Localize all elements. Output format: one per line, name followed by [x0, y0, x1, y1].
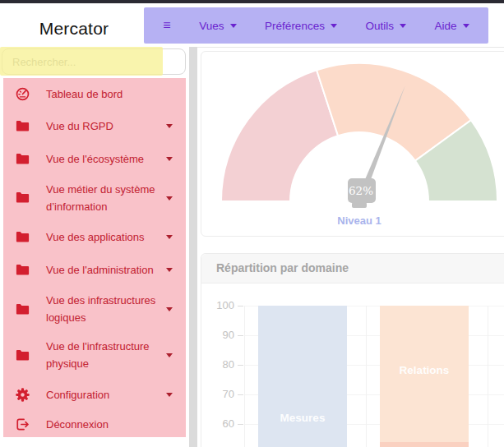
sidebar-item-label: Vue de l'écosystème — [46, 150, 186, 168]
y-axis-tick-label: 90 — [201, 329, 234, 341]
sidebar-item-vue-ecosysteme[interactable]: Vue de l'écosystème — [3, 142, 186, 175]
nav-menu-outils-label: Outils — [366, 20, 395, 32]
sidebar-item-label: Vue du RGPD — [46, 118, 186, 135]
gauge-needle-base — [352, 202, 367, 208]
y-axis-tick-label: 80 — [201, 358, 234, 371]
bar-sub-segment — [380, 442, 469, 447]
y-axis-tick-label: 100 — [201, 299, 234, 311]
sidebar-item-tableau-de-bord[interactable]: Tableau de bord — [3, 78, 186, 109]
caret-down-icon — [230, 24, 237, 28]
folder-icon — [15, 118, 35, 134]
bar-label: Relations — [380, 364, 469, 376]
folder-icon — [15, 151, 35, 167]
caret-down-icon — [166, 196, 173, 200]
domain-bar-chart: 10090807060MesuresRelations — [201, 254, 504, 447]
sidebar-item-vue-infra-logiques[interactable]: Vue des infrastructures logiques — [3, 286, 186, 332]
v-gridline — [244, 306, 245, 447]
sidebar-item-vue-applications[interactable]: Vue des applications — [3, 220, 186, 253]
maturity-gauge-chart: 62% — [201, 51, 504, 237]
nav-menu-outils[interactable]: Outils — [366, 20, 407, 32]
gauge-value-label: 62% — [349, 184, 373, 197]
hamburger-icon[interactable]: ≡ — [163, 18, 170, 33]
sidebar-item-vue-du-rgpd[interactable]: Vue du RGPD — [3, 109, 186, 142]
caret-down-icon — [166, 235, 173, 239]
y-axis-tick-mark — [238, 306, 243, 306]
folder-icon — [15, 190, 35, 205]
caret-down-icon — [166, 268, 173, 272]
folder-icon — [15, 348, 35, 363]
sidebar-item-label: Vue de l'administration — [46, 261, 186, 279]
sidebar-item-label: Vue métier du système d’information — [46, 181, 186, 215]
nav-menu-preferences[interactable]: Préférences — [265, 20, 337, 32]
nav-menu-preferences-label: Préférences — [265, 20, 325, 32]
y-axis-tick-label: 70 — [201, 388, 234, 400]
sidebar-item-label: Vue des applications — [46, 228, 186, 246]
nav-menu-vues[interactable]: Vues — [199, 20, 236, 32]
content-gutter — [189, 47, 197, 447]
folder-icon — [15, 302, 35, 317]
sidebar-item-label: Vue des infrastructures logiques — [46, 292, 186, 326]
logout-icon — [15, 417, 35, 432]
bar-label: Mesures — [258, 412, 347, 424]
sidebar-item-label: Configuration — [46, 386, 186, 403]
caret-down-icon — [463, 24, 469, 28]
caret-down-icon — [166, 353, 173, 357]
nav-menu-aide-label: Aide — [435, 20, 457, 32]
caret-down-icon — [166, 124, 173, 128]
nav-menu-vues-label: Vues — [199, 20, 224, 32]
gauge-sector — [221, 70, 338, 201]
search-input[interactable] — [2, 48, 186, 75]
caret-down-icon — [400, 24, 406, 28]
sidebar-menu: Tableau de bord Vue du RGPD Vue de l'éc — [3, 78, 186, 437]
v-gridline — [366, 306, 367, 447]
caret-down-icon — [166, 307, 173, 311]
sidebar-item-label: Déconnexion — [46, 416, 186, 433]
bar-mesures — [258, 306, 347, 447]
y-axis-tick-mark — [238, 394, 243, 395]
mercator-app-window: Mercator ≡ Vues Préférences Outils Aide — [0, 0, 504, 447]
sidebar-item-vue-administration[interactable]: Vue de l'administration — [3, 253, 186, 286]
v-gridline — [488, 306, 488, 447]
gauge-icon — [15, 86, 35, 102]
y-axis-tick-mark — [238, 424, 243, 425]
caret-down-icon — [166, 393, 173, 397]
nav-menu-aide[interactable]: Aide — [435, 20, 469, 32]
sidebar-item-vue-metier-si[interactable]: Vue métier du système d’information — [3, 175, 186, 220]
caret-down-icon — [331, 24, 337, 28]
gauge-level-label: Niveau 1 — [201, 214, 504, 227]
gear-icon — [15, 387, 35, 403]
top-navbar: ≡ Vues Préférences Outils Aide — [144, 7, 488, 44]
sidebar-item-deconnexion[interactable]: Déconnexion — [3, 411, 186, 437]
caret-down-icon — [166, 157, 173, 161]
sidebar-item-configuration[interactable]: Configuration — [3, 378, 186, 411]
folder-icon — [15, 262, 35, 278]
y-axis-tick-mark — [238, 365, 243, 366]
y-axis-tick-mark — [238, 335, 243, 336]
folder-icon — [15, 229, 35, 245]
sidebar-item-label: Tableau de bord — [46, 85, 186, 103]
sidebar: Tableau de bord Vue du RGPD Vue de l'éc — [0, 47, 189, 447]
sidebar-item-vue-infra-physique[interactable]: Vue de l'infrastructure physique — [3, 332, 186, 378]
app-logo: Mercator — [0, 7, 148, 50]
y-axis-tick-label: 60 — [201, 417, 234, 430]
sidebar-item-label: Vue de l'infrastructure physique — [46, 338, 186, 372]
